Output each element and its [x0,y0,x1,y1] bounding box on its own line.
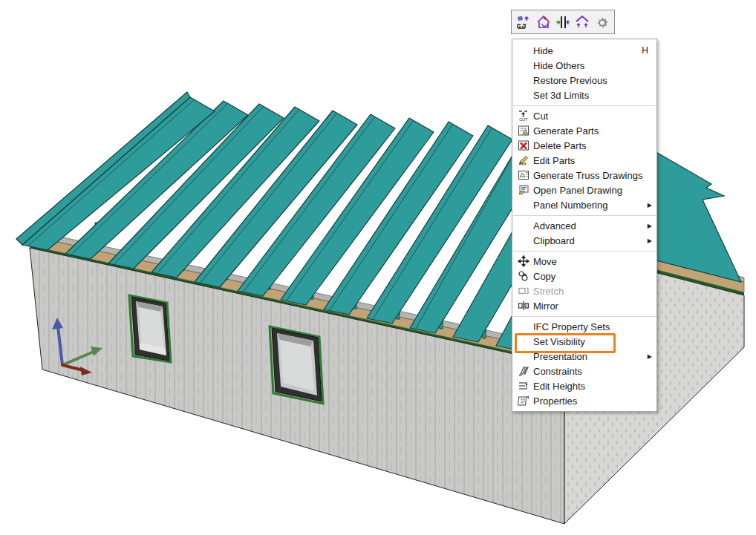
menu-item-set-3d-limits[interactable]: Set 3d Limits [512,88,656,102]
window-1 [129,295,171,362]
raise-truss-icon[interactable] [573,13,591,31]
stretch-icon [517,285,529,297]
svg-text:CUT: CUT [519,117,528,122]
menu-separator [513,105,656,106]
menu-item-clipboard[interactable]: Clipboard ▶ [512,233,656,248]
context-menu: Hide H Hide Others Restore Previous Set … [512,39,657,412]
menu-item-open-panel-drawing[interactable]: Open Panel Drawing [512,183,656,197]
menu-item-generate-parts[interactable]: Generate Parts [512,123,656,138]
roof-tool-icon[interactable] [535,13,553,31]
floating-toolbar [511,10,615,34]
menu-item-mirror[interactable]: Mirror [512,298,656,313]
generate-truss-drawings-icon [517,169,529,181]
open-panel-drawing-icon [517,184,529,196]
menu-separator [513,251,656,252]
menu-item-move[interactable]: Move [512,254,656,269]
generate-parts-icon [517,125,529,137]
menu-item-presentation[interactable]: Presentation ▶ [512,349,656,364]
menu-section-properties: IFC Property Sets Set Visibility Present… [512,319,656,408]
menu-item-copy[interactable]: Copy [512,269,656,283]
submenu-arrow-icon: ▶ [648,223,652,229]
menu-item-generate-truss-drawings[interactable]: Generate Truss Drawings [512,168,656,183]
copy-icon [517,270,529,282]
panel-layout-icon[interactable] [515,13,532,31]
menu-item-ifc-property-sets[interactable]: IFC Property Sets [512,319,656,334]
submenu-arrow-icon: ▶ [648,202,652,209]
settings-gear-icon[interactable] [593,13,611,31]
menu-item-hide-others[interactable]: Hide Others [512,58,656,73]
menu-item-properties[interactable]: Properties [512,393,656,408]
window-2 [270,326,323,404]
menu-separator [513,316,656,317]
menu-section-advanced: Advanced ▶ Clipboard ▶ [512,218,656,248]
menu-item-hide[interactable]: Hide H [512,43,656,58]
menu-item-panel-numbering[interactable]: Panel Numbering ▶ [512,197,656,212]
menu-item-advanced[interactable]: Advanced ▶ [512,218,656,233]
menu-item-edit-heights[interactable]: Edit Heights [512,378,656,393]
cut-icon: CUT [517,110,529,122]
mirror-icon [517,300,529,312]
menu-section-view: Hide H Hide Others Restore Previous Set … [512,43,656,102]
submenu-arrow-icon: ▶ [648,353,652,360]
edit-parts-icon [517,154,529,166]
app-window: { "toolbar": { "buttons": [ {"icon": "pa… [0,0,756,535]
menu-item-delete-parts[interactable]: Delete Parts [512,138,656,153]
shortcut-key: H [642,45,648,56]
menu-item-stretch: Stretch [512,283,656,298]
menu-item-set-visibility[interactable]: Set Visibility [512,334,656,349]
edit-heights-icon [517,380,529,392]
submenu-arrow-icon: ▶ [648,237,652,244]
delete-parts-icon [517,140,529,151]
menu-item-restore-previous[interactable]: Restore Previous [512,73,656,88]
roof-gable-end [645,145,741,282]
properties-icon [517,395,529,407]
move-icon [517,255,529,267]
constraints-icon [517,365,529,377]
menu-item-constraints[interactable]: Constraints [512,364,656,378]
menu-item-edit-parts[interactable]: Edit Parts [512,153,656,168]
menu-separator [513,215,656,216]
menu-section-parts: CUT Cut Generate Parts Delete Parts [512,108,656,212]
align-walls-icon[interactable] [554,13,572,31]
menu-item-cut[interactable]: CUT Cut [512,108,656,123]
menu-section-transform: Move Copy Stretch Mirror [512,254,656,313]
